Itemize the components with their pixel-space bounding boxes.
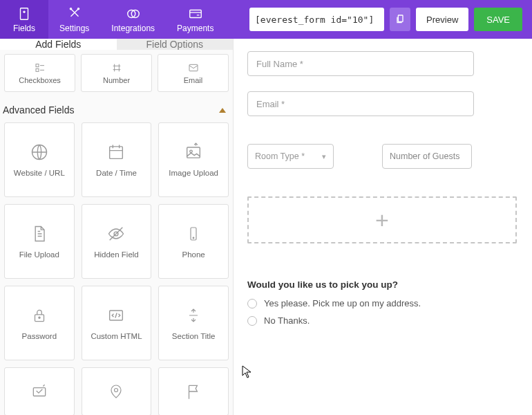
- advanced-fields-header[interactable]: Advanced Fields: [0, 98, 233, 122]
- svg-point-1: [70, 8, 71, 9]
- nav-integrations[interactable]: Integrations: [100, 0, 166, 39]
- field-section-title[interactable]: Section Title: [158, 286, 229, 360]
- panel-tabs: Add Fields Field Options: [0, 39, 233, 50]
- field-website-url-label: Website / URL: [14, 169, 65, 177]
- field-date-time-label: Date / Time: [96, 169, 137, 177]
- field-custom-html[interactable]: Custom HTML: [82, 286, 152, 360]
- shortcode-display[interactable]: [everest_form id="10"]: [249, 8, 384, 31]
- svg-rect-0: [21, 8, 28, 19]
- field-hidden-field[interactable]: Hidden Field: [82, 204, 152, 279]
- radio-option-no[interactable]: No Thanks.: [247, 315, 521, 326]
- svg-rect-7: [36, 64, 39, 66]
- radio-icon: [247, 299, 257, 308]
- radio-option-yes[interactable]: Yes please. Pick me up on my address.: [247, 298, 521, 308]
- field-number-label: Number: [103, 76, 130, 84]
- save-button[interactable]: SAVE: [474, 8, 522, 31]
- nav-fields[interactable]: Fields: [0, 0, 48, 39]
- field-website-url[interactable]: Website / URL: [4, 122, 75, 197]
- field-date-time[interactable]: Date / Time: [82, 122, 152, 197]
- field-hidden-field-label: Hidden Field: [94, 250, 139, 259]
- top-navigation: Fields Settings Integrations Payments [e…: [0, 0, 532, 39]
- settings-icon: [67, 6, 82, 21]
- svg-rect-11: [110, 147, 123, 159]
- pickup-question: Would you like us to pick you up?: [247, 279, 521, 290]
- field-password[interactable]: Password: [4, 286, 75, 360]
- nav-payments-label: Payments: [177, 24, 213, 33]
- radio-yes-label: Yes please. Pick me up on my address.: [264, 298, 421, 308]
- copy-shortcode-button[interactable]: [390, 8, 410, 31]
- svg-point-13: [190, 150, 193, 153]
- field-file-upload[interactable]: File Upload: [4, 204, 75, 279]
- field-extra-2[interactable]: [82, 367, 152, 415]
- svg-point-21: [115, 389, 118, 392]
- field-custom-html-label: Custom HTML: [91, 332, 142, 340]
- field-number[interactable]: Number: [81, 54, 152, 92]
- svg-rect-9: [189, 64, 198, 71]
- fields-icon: [17, 6, 32, 21]
- svg-point-2: [77, 8, 79, 9]
- input-fullname-placeholder: Full Name *: [256, 59, 303, 69]
- input-guests-placeholder: Number of Guests: [390, 151, 459, 161]
- svg-rect-5: [190, 10, 202, 17]
- advanced-fields-title: Advanced Fields: [3, 104, 75, 116]
- payments-icon: [188, 6, 203, 21]
- input-email-placeholder: Email *: [256, 99, 285, 109]
- input-email[interactable]: Email *: [247, 91, 474, 116]
- svg-point-18: [39, 317, 40, 318]
- field-email[interactable]: Email: [158, 54, 229, 92]
- input-guests[interactable]: Number of Guests: [382, 144, 472, 169]
- field-image-upload[interactable]: Image Upload: [158, 122, 229, 197]
- field-phone[interactable]: Phone: [158, 204, 229, 279]
- chevron-down-icon: ▾: [322, 152, 326, 161]
- field-phone-label: Phone: [182, 250, 205, 259]
- collapse-icon: [219, 108, 226, 113]
- preview-button[interactable]: Preview: [416, 8, 468, 31]
- nav-settings-label: Settings: [59, 24, 89, 33]
- svg-point-16: [193, 237, 194, 239]
- nav-fields-label: Fields: [13, 24, 35, 33]
- field-image-upload-label: Image Upload: [169, 169, 218, 177]
- plus-icon: +: [375, 208, 389, 232]
- basic-fields-row: Checkboxes Number Email: [0, 50, 233, 98]
- radio-no-label: No Thanks.: [264, 315, 310, 326]
- input-fullname[interactable]: Full Name *: [247, 51, 474, 76]
- tab-field-options[interactable]: Field Options: [117, 39, 234, 50]
- top-right-controls: [everest_form id="10"] Preview SAVE: [249, 0, 532, 39]
- left-panel: Add Fields Field Options Checkboxes Numb…: [0, 39, 234, 415]
- field-email-label: Email: [184, 76, 203, 84]
- field-section-title-label: Section Title: [172, 332, 216, 340]
- field-extra-3[interactable]: [158, 367, 229, 415]
- field-dropzone[interactable]: +: [247, 196, 517, 243]
- field-checkboxes-label: Checkboxes: [19, 76, 61, 84]
- form-row-room-guests: Room Type * ▾ Number of Guests: [247, 144, 521, 169]
- nav-settings[interactable]: Settings: [48, 0, 100, 39]
- tab-add-fields[interactable]: Add Fields: [0, 39, 117, 50]
- select-room-type[interactable]: Room Type * ▾: [247, 144, 334, 169]
- radio-icon: [247, 316, 257, 326]
- field-checkboxes[interactable]: Checkboxes: [4, 54, 75, 92]
- nav-integrations-label: Integrations: [111, 24, 155, 33]
- advanced-fields-grid: Website / URL Date / Time Image Upload F…: [0, 122, 233, 415]
- field-extra-1[interactable]: [4, 367, 75, 415]
- svg-rect-12: [187, 147, 200, 158]
- field-file-upload-label: File Upload: [19, 250, 59, 259]
- svg-rect-8: [36, 68, 39, 71]
- integrations-icon: [126, 6, 141, 21]
- nav-payments[interactable]: Payments: [166, 0, 225, 39]
- select-room-type-label: Room Type *: [255, 151, 305, 161]
- field-password-label: Password: [22, 332, 57, 340]
- form-preview: Full Name * Email * Room Type * ▾ Number…: [234, 39, 532, 415]
- svg-rect-6: [398, 15, 403, 21]
